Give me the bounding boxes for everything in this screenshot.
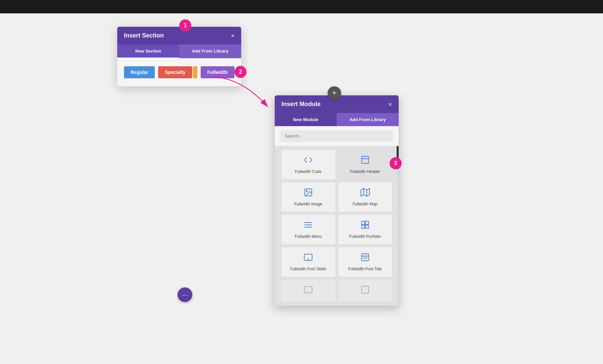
insert-section-header: Insert Section × xyxy=(117,27,241,44)
insert-section-title: Insert Section xyxy=(124,32,164,39)
module-fullwidth-image-label: Fullwidth Image xyxy=(294,202,322,206)
svg-marker-5 xyxy=(361,188,370,196)
module-fullwidth-post-slider[interactable]: Fullwidth Post Slider xyxy=(281,247,335,277)
partial-icon-right xyxy=(360,285,370,296)
insert-section-close[interactable]: × xyxy=(231,33,234,39)
svg-rect-18 xyxy=(361,254,368,261)
specialty-section-button[interactable]: Specialty xyxy=(158,66,192,78)
tab-new-module[interactable]: New Module xyxy=(275,113,337,126)
insert-module-close[interactable]: × xyxy=(388,101,392,107)
module-fullwidth-code[interactable]: Fullwidth Code xyxy=(281,150,335,179)
tab-add-from-library-module[interactable]: Add From Library xyxy=(337,113,399,126)
menu-icon xyxy=(304,220,313,232)
svg-rect-13 xyxy=(361,225,364,228)
svg-rect-14 xyxy=(365,225,368,228)
step-badge-2: 2 xyxy=(234,66,247,78)
insert-module-dialog: Insert Module × New Module Add From Libr… xyxy=(275,95,399,306)
module-fullwidth-menu[interactable]: Fullwidth Menu xyxy=(281,215,335,244)
module-fullwidth-post-title[interactable]: Fullwidth Post Title xyxy=(338,247,392,277)
regular-section-button[interactable]: Regular xyxy=(124,66,155,78)
module-fullwidth-header-label: Fullwidth Header xyxy=(350,169,380,174)
step-badge-3: 3 xyxy=(390,157,402,169)
partial-icon-left xyxy=(304,285,313,296)
map-icon xyxy=(360,188,370,199)
post-slider-icon xyxy=(304,253,313,264)
module-fullwidth-menu-label: Fullwidth Menu xyxy=(295,234,322,239)
svg-rect-1 xyxy=(361,157,368,164)
module-partial-right[interactable] xyxy=(338,280,392,302)
tab-new-section[interactable]: New Section xyxy=(117,44,179,58)
module-fullwidth-map-label: Fullwidth Map xyxy=(353,202,378,206)
module-search-input[interactable] xyxy=(280,130,393,142)
insert-module-tabs: New Module Add From Library xyxy=(275,113,399,126)
module-partial-left[interactable] xyxy=(281,280,335,302)
module-grid: Fullwidth Code Fullwidth Header xyxy=(275,146,399,306)
code-icon xyxy=(304,155,313,167)
image-icon xyxy=(304,188,313,199)
module-fullwidth-portfolio[interactable]: Fullwidth Portfolio xyxy=(338,215,392,244)
portfolio-icon xyxy=(360,220,370,232)
dots-button[interactable]: ··· xyxy=(178,287,192,302)
module-fullwidth-header[interactable]: Fullwidth Header xyxy=(338,150,392,179)
svg-rect-11 xyxy=(361,221,364,224)
insert-module-title: Insert Module xyxy=(281,101,321,108)
tab-add-from-library-section[interactable]: Add From Library xyxy=(179,44,241,58)
step-badge-1: 1 xyxy=(179,19,191,31)
insert-section-tabs: New Section Add From Library xyxy=(117,44,241,58)
module-fullwidth-post-title-label: Fullwidth Post Title xyxy=(348,267,382,271)
specialty-dropdown-arrow[interactable] xyxy=(193,66,197,78)
module-fullwidth-map[interactable]: Fullwidth Map xyxy=(338,182,392,212)
module-search-area xyxy=(275,126,399,146)
header-icon xyxy=(360,155,370,167)
module-fullwidth-portfolio-label: Fullwidth Portfolio xyxy=(349,234,381,239)
post-title-icon xyxy=(360,253,370,264)
module-fullwidth-code-label: Fullwidth Code xyxy=(295,169,322,174)
module-scrollbar[interactable] xyxy=(397,146,399,306)
plus-button[interactable]: + xyxy=(328,86,341,100)
svg-rect-22 xyxy=(361,286,368,293)
module-fullwidth-post-slider-label: Fullwidth Post Slider xyxy=(290,267,327,271)
svg-point-4 xyxy=(306,190,308,192)
arrow-indicator xyxy=(208,74,275,114)
svg-rect-21 xyxy=(305,287,312,293)
svg-rect-12 xyxy=(365,221,368,224)
module-fullwidth-image[interactable]: Fullwidth Image xyxy=(281,182,335,212)
top-bar xyxy=(0,0,603,13)
